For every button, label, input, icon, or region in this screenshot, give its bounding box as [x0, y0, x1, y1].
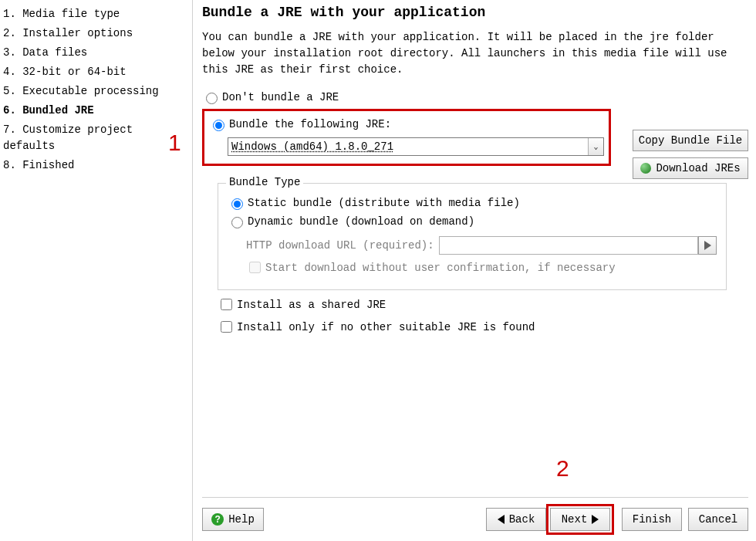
radio-bundle-following-label: Bundle the following JRE: [229, 118, 391, 130]
http-url-row: HTTP download URL (required): [246, 236, 717, 255]
only-if-row: Install only if no other suitable JRE is… [218, 319, 748, 335]
finish-button[interactable]: Finish [622, 508, 682, 531]
wizard-footer: ? Help Back Next Finish Cancel [202, 497, 748, 535]
wizard-steps-sidebar: 1. Media file type 2. Installer options … [0, 0, 193, 541]
radio-bundle-following[interactable] [213, 120, 224, 131]
radio-bundle-row: Bundle the following JRE: [209, 117, 604, 131]
step-customize-defaults[interactable]: 7. Customize project defaults [3, 120, 189, 156]
http-url-input[interactable] [439, 236, 698, 255]
step-media-file-type[interactable]: 1. Media file type [3, 5, 189, 24]
copy-bundle-file-button[interactable]: Copy Bundle File [633, 130, 748, 151]
http-url-browse-button[interactable] [698, 236, 717, 255]
main-panel: Bundle a JRE with your application You c… [193, 0, 756, 541]
step-data-files[interactable]: 3. Data files [3, 43, 189, 63]
radio-dynamic-bundle[interactable] [231, 217, 243, 228]
help-icon: ? [211, 513, 224, 526]
back-button[interactable]: Back [486, 508, 546, 531]
radio-static-row: Static bundle (distribute with media fil… [228, 196, 717, 210]
checkbox-shared-jre-label: Install as a shared JRE [237, 299, 386, 311]
page-description: You can bundle a JRE with your applicati… [202, 29, 748, 78]
radio-dont-bundle[interactable] [206, 93, 218, 104]
download-jres-button[interactable]: Download JREs [633, 157, 748, 179]
radio-dynamic-label: Dynamic bundle (download on demand) [248, 215, 474, 228]
checkbox-only-if-no-suitable[interactable] [221, 321, 232, 333]
radio-static-bundle[interactable] [231, 198, 243, 210]
annotation-box-2: Next [546, 504, 614, 535]
triangle-left-icon [498, 515, 505, 524]
triangle-right-icon [592, 515, 599, 524]
globe-icon [640, 163, 651, 174]
http-url-label: HTTP download URL (required): [246, 239, 434, 252]
radio-dont-bundle-row: Don't bundle a JRE [202, 90, 748, 104]
checkbox-only-if-label: Install only if no other suitable JRE is… [237, 321, 535, 333]
bundle-type-legend: Bundle Type [226, 176, 303, 188]
step-finished[interactable]: 8. Finished [3, 156, 189, 175]
step-executable-processing[interactable]: 5. Executable processing [3, 82, 189, 101]
radio-dont-bundle-label: Don't bundle a JRE [222, 91, 339, 103]
help-button[interactable]: ? Help [202, 508, 264, 531]
checkbox-start-download-label: Start download without user confirmation… [265, 262, 616, 274]
start-download-row: Start download without user confirmation… [246, 259, 717, 276]
step-32-64-bit[interactable]: 4. 32-bit or 64-bit [3, 63, 189, 82]
annotation-2: 2 [556, 455, 569, 482]
checkbox-shared-jre[interactable] [221, 299, 232, 310]
checkbox-start-download[interactable] [249, 262, 261, 273]
chevron-down-icon: ⌄ [593, 142, 598, 151]
jre-select[interactable]: Windows (amd64) 1.8.0_271 ⌄ [228, 137, 604, 156]
shared-jre-row: Install as a shared JRE [218, 296, 748, 313]
cancel-button[interactable]: Cancel [688, 508, 748, 531]
annotation-1: 1 [168, 130, 181, 156]
bundle-type-fieldset: Bundle Type Static bundle (distribute wi… [218, 183, 727, 290]
next-button[interactable]: Next [550, 508, 610, 531]
radio-static-label: Static bundle (distribute with media fil… [248, 197, 520, 209]
jre-select-value: Windows (amd64) 1.8.0_271 [228, 140, 588, 153]
radio-dynamic-row: Dynamic bundle (download on demand) [228, 215, 717, 228]
step-installer-options[interactable]: 2. Installer options [3, 24, 189, 43]
annotation-box-1: Bundle the following JRE: Windows (amd64… [202, 109, 611, 166]
jre-select-dropdown-button[interactable]: ⌄ [588, 138, 603, 155]
chevron-right-icon [704, 241, 711, 250]
step-bundled-jre[interactable]: 6. Bundled JRE [3, 101, 189, 120]
page-title: Bundle a JRE with your application [202, 5, 748, 20]
